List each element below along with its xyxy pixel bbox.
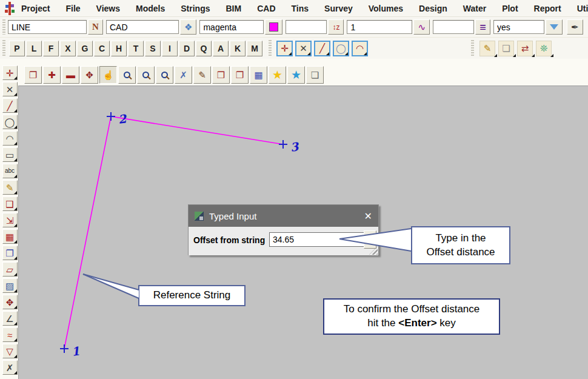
zoom-out-button[interactable]: ▬	[62, 66, 79, 84]
tinable-choice-button[interactable]	[546, 19, 563, 35]
delete-views-button[interactable]: ✗	[175, 66, 192, 84]
polygon-button[interactable]: ▱	[2, 262, 18, 277]
snap-toggle-T[interactable]: T	[128, 41, 144, 56]
menu-bim[interactable]: BIM	[218, 4, 250, 13]
menu-utilities[interactable]: Utilities	[569, 4, 588, 13]
callout-reference-string: Reference String	[138, 285, 246, 306]
create-arc-button[interactable]: ◠	[2, 131, 18, 146]
image-button[interactable]: ▨	[2, 278, 18, 293]
name-field[interactable]	[8, 20, 87, 34]
height-choice-button[interactable]: ↕z	[328, 19, 344, 35]
create-circle-button[interactable]: ◯	[2, 115, 18, 129]
boundary-polygon-button[interactable]: ▽	[2, 344, 18, 358]
create-text-button[interactable]: abc	[2, 164, 18, 178]
favorites-blue-button[interactable]: ★	[287, 66, 305, 84]
menu-water[interactable]: Water	[455, 4, 494, 13]
colour-field[interactable]	[199, 20, 264, 34]
snap-toggle-L[interactable]: L	[26, 41, 42, 56]
plot-button[interactable]: ❒	[212, 66, 230, 84]
menu-project[interactable]: Project	[13, 4, 58, 13]
circle-snap-button[interactable]: ◯	[333, 41, 349, 56]
string-colour-button[interactable]: ≈	[2, 327, 18, 342]
snap-toggle-M[interactable]: M	[247, 41, 262, 56]
window-layout-button[interactable]: ❏	[306, 66, 324, 84]
menu-views[interactable]: Views	[89, 4, 128, 13]
menu-file[interactable]: File	[58, 4, 88, 13]
snap-toggle-F[interactable]: F	[43, 41, 59, 56]
line-snap-button[interactable]: ╱	[314, 41, 330, 56]
copy-objects-button[interactable]: ❐	[2, 246, 18, 260]
model-field[interactable]	[106, 20, 179, 34]
menu-cad[interactable]: CAD	[249, 4, 283, 13]
string-info-button[interactable]: ❏	[498, 41, 514, 56]
recolor-string-button[interactable]: ❊	[536, 41, 552, 56]
menu-tins[interactable]: Tins	[284, 4, 317, 13]
measure-button[interactable]: ⇲	[2, 213, 18, 227]
angle-point-button[interactable]: ∠	[2, 311, 18, 326]
create-symbol-button[interactable]: ✎	[2, 180, 18, 195]
zoom-button[interactable]	[118, 66, 136, 84]
eyedropper-button[interactable]: ✒	[567, 19, 583, 35]
snap-toggle-I[interactable]: I	[162, 41, 178, 56]
menu-survey[interactable]: Survey	[316, 4, 361, 13]
name-box-button[interactable]: N	[88, 19, 103, 35]
toolbar-grip[interactable]	[471, 40, 474, 56]
view-grid-button[interactable]: ▦	[250, 66, 267, 84]
delete-button[interactable]: ✗	[2, 360, 18, 375]
snap-toggle-A[interactable]: A	[213, 41, 229, 56]
typed-input-menu-button[interactable]: ▮	[364, 230, 376, 249]
snap-toggle-P[interactable]: P	[9, 41, 25, 56]
colour-choice-button[interactable]	[265, 19, 282, 35]
copy-view-button[interactable]: ❐	[231, 66, 249, 84]
close-icon[interactable]: ✕	[364, 210, 372, 222]
weight-field[interactable]	[347, 20, 412, 34]
toolbar-grip[interactable]	[2, 19, 5, 35]
snap-toggle-S[interactable]: S	[145, 41, 161, 56]
offset-input[interactable]	[269, 232, 365, 247]
zoom-previous-button[interactable]	[156, 66, 173, 84]
snap-toggle-H[interactable]: H	[111, 41, 127, 56]
arc-snap-button[interactable]: ◠	[352, 41, 368, 56]
snap-toggle-C[interactable]: C	[94, 41, 110, 56]
callout-confirm-offset: To confirm the Offset distance hit the <…	[323, 298, 500, 335]
menu-strings[interactable]: Strings	[173, 4, 218, 13]
create-rectangle-button[interactable]: ▭	[2, 147, 18, 162]
menu-design[interactable]: Design	[411, 4, 455, 13]
dialog-titlebar[interactable]: Typed Input ✕	[189, 205, 378, 227]
menu-volumes[interactable]: Volumes	[361, 4, 411, 13]
snap-toggle-D[interactable]: D	[179, 41, 195, 56]
toolbar-grip[interactable]	[2, 40, 5, 56]
height-field[interactable]	[286, 20, 327, 34]
linestyle-choice-button[interactable]: ≡	[475, 19, 490, 35]
tinable-field[interactable]	[493, 20, 544, 34]
zoom-in-button[interactable]: ✚	[43, 66, 61, 84]
snap-toggle-Q[interactable]: Q	[196, 41, 212, 56]
move-point-button[interactable]: ❑	[2, 196, 18, 211]
plan-windows-button[interactable]: ❐	[24, 66, 42, 84]
snap-toggle-G[interactable]: G	[77, 41, 93, 56]
menu-models[interactable]: Models	[128, 4, 173, 13]
zoom-fit-button[interactable]: ✥	[81, 66, 98, 84]
menu-plot[interactable]: Plot	[494, 4, 526, 13]
move-point-icon: ❑	[5, 200, 13, 209]
toolbar-grip[interactable]	[269, 40, 272, 56]
zoom-shrink-button[interactable]	[137, 66, 155, 84]
grid-table-button[interactable]: ▦	[2, 229, 18, 244]
reverse-string-button[interactable]: ⇄	[517, 41, 533, 56]
redraw-brush-button[interactable]: ✎	[193, 66, 211, 84]
create-line-button[interactable]: ╱	[2, 98, 18, 113]
favorites-yellow-button[interactable]: ★	[269, 66, 286, 84]
point-snap-button[interactable]: ✛	[276, 41, 293, 56]
linestyle-field[interactable]	[433, 20, 474, 34]
model-choice-button[interactable]: ❖	[180, 19, 196, 35]
pan-button[interactable]: ☝	[99, 66, 117, 84]
intersection-snap-button[interactable]: ✕	[295, 41, 312, 56]
move-drag-button[interactable]: ✥	[2, 295, 18, 309]
menu-report[interactable]: Report	[526, 4, 569, 13]
create-point-button[interactable]: ✛	[2, 65, 18, 80]
create-intersection-button[interactable]: ✕	[2, 82, 18, 96]
snap-toggle-K[interactable]: K	[230, 41, 246, 56]
snap-toggle-X[interactable]: X	[60, 41, 76, 56]
draw-string-button[interactable]: ✎	[479, 41, 495, 56]
weight-choice-button[interactable]: ∿	[413, 19, 430, 35]
